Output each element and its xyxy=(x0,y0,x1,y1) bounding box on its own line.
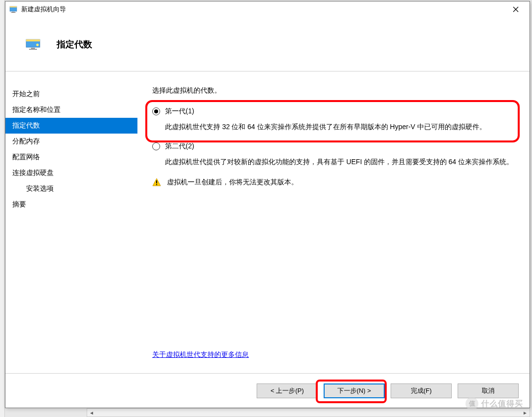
background-scrollbar: ◄ ► xyxy=(87,408,530,417)
titlebar: 新建虚拟机向导 xyxy=(5,1,530,17)
svg-rect-2 xyxy=(12,12,15,12)
header-monitor-icon xyxy=(25,38,41,50)
radio-gen2[interactable]: 第二代(2) xyxy=(152,142,515,151)
more-info-link[interactable]: 关于虚拟机世代支持的更多信息 xyxy=(152,350,249,359)
close-button[interactable] xyxy=(506,2,526,16)
svg-rect-13 xyxy=(156,184,157,185)
svg-rect-12 xyxy=(156,180,157,183)
radio-gen2-label: 第二代(2) xyxy=(165,142,194,151)
warning-text: 虚拟机一旦创建后，你将无法更改其版本。 xyxy=(167,178,298,187)
watermark-text: 什么值得买 xyxy=(481,399,523,409)
svg-point-8 xyxy=(36,43,39,46)
warning-row: 虚拟机一旦创建后，你将无法更改其版本。 xyxy=(152,178,515,187)
wizard-content: 选择此虚拟机的代数。 第一代(1) 此虚拟机世代支持 32 位和 64 位来宾操… xyxy=(137,71,530,373)
svg-rect-10 xyxy=(29,49,37,50)
radio-gen1-circle xyxy=(152,107,160,115)
page-title: 指定代数 xyxy=(57,38,92,50)
wizard-steps-sidebar: 开始之前 指定名称和位置 指定代数 分配内存 配置网络 连接虚拟硬盘 安装选项 … xyxy=(5,71,137,373)
radio-gen1[interactable]: 第一代(1) xyxy=(152,107,515,116)
generation-2-option: 第二代(2) 此虚拟机世代提供了对较新的虚拟化功能的支持，具有基于 UEFI 的… xyxy=(152,142,515,177)
watermark: 值 什么值得买 xyxy=(466,397,523,410)
radio-gen1-label: 第一代(1) xyxy=(165,107,194,116)
radio-gen2-circle xyxy=(152,142,160,150)
radio-gen2-desc: 此虚拟机世代提供了对较新的虚拟化功能的支持，具有基于 UEFI 的固件，并且需要… xyxy=(165,157,515,167)
close-icon xyxy=(513,6,519,12)
annotation-highlight-gen1 xyxy=(145,100,520,142)
svg-rect-7 xyxy=(26,39,40,41)
step-generation[interactable]: 指定代数 xyxy=(5,118,137,134)
wizard-header: 指定代数 xyxy=(5,17,530,71)
svg-rect-3 xyxy=(11,12,16,13)
window-title: 新建虚拟机向导 xyxy=(21,5,506,14)
step-network[interactable]: 配置网络 xyxy=(5,149,137,165)
step-install-options[interactable]: 安装选项 xyxy=(5,181,137,197)
finish-button[interactable]: 完成(F) xyxy=(391,383,452,398)
step-before-begin[interactable]: 开始之前 xyxy=(5,86,137,102)
step-summary[interactable]: 摘要 xyxy=(5,197,137,212)
radio-gen1-desc: 此虚拟机世代支持 32 位和 64 位来宾操作系统并提供了在所有早期版本的 Hy… xyxy=(165,122,515,132)
content-intro: 选择此虚拟机的代数。 xyxy=(152,86,515,95)
wizard-dialog: 新建虚拟机向导 指定代数 开始之前 指定名称和位置 指定代数 分配内存 配置网络… xyxy=(5,1,530,408)
cancel-button[interactable]: 取消 xyxy=(458,383,519,398)
next-button[interactable]: 下一步(N) > xyxy=(324,383,385,398)
prev-button[interactable]: < 上一步(P) xyxy=(257,383,318,398)
scroll-left-arrow[interactable]: ◄ xyxy=(87,409,96,417)
svg-rect-9 xyxy=(31,48,35,49)
generation-1-option: 第一代(1) 此虚拟机世代支持 32 位和 64 位来宾操作系统并提供了在所有早… xyxy=(152,107,515,142)
step-name-location[interactable]: 指定名称和位置 xyxy=(5,102,137,118)
wizard-footer: < 上一步(P) 下一步(N) > 完成(F) 取消 xyxy=(5,373,530,408)
warning-icon xyxy=(152,178,161,187)
svg-rect-1 xyxy=(10,6,17,7)
step-memory[interactable]: 分配内存 xyxy=(5,134,137,149)
watermark-badge: 值 xyxy=(466,397,478,410)
step-vhd[interactable]: 连接虚拟硬盘 xyxy=(5,165,137,181)
app-icon xyxy=(9,5,17,13)
